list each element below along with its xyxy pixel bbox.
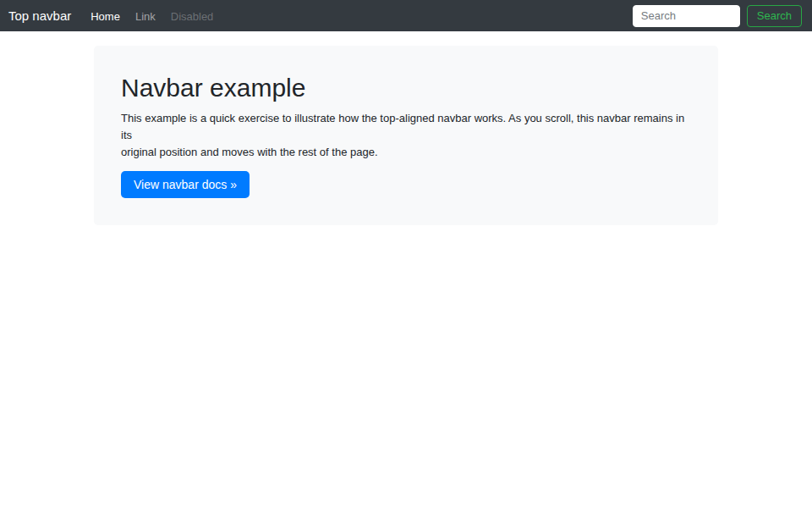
main-container: Navbar example This example is a quick e… [94,46,718,225]
view-navbar-docs-button[interactable]: View navbar docs » [121,171,250,198]
nav-link-link[interactable]: Link [128,10,163,23]
page-title: Navbar example [121,73,691,103]
nav-link-disabled: Disabled [163,10,222,23]
navbar-nav: Home Link Disabled [83,8,221,24]
jumbotron: Navbar example This example is a quick e… [94,46,718,225]
navbar-brand[interactable]: Top navbar [8,8,71,23]
nav-link-home[interactable]: Home [83,10,128,23]
search-input[interactable] [633,5,740,27]
search-button[interactable]: Search [747,5,802,27]
search-form: Search [633,5,802,27]
jumbotron-description: This example is a quick exercise to illu… [121,110,691,161]
top-navbar: Top navbar Home Link Disabled Search [0,0,812,31]
